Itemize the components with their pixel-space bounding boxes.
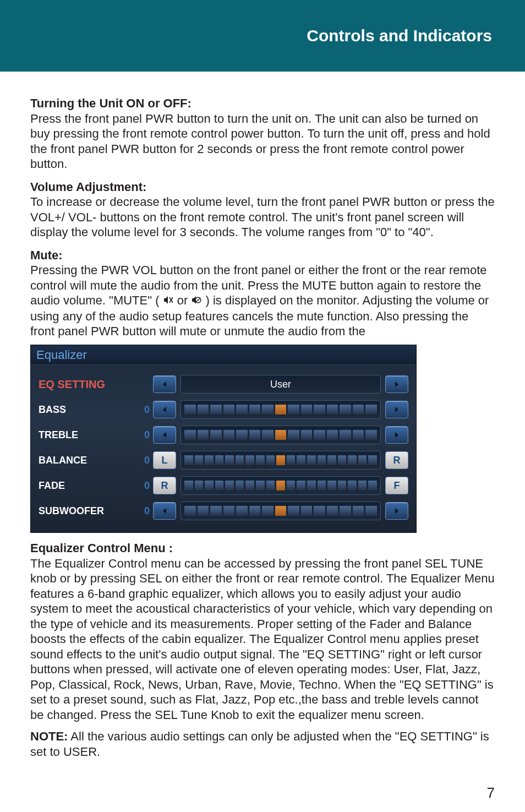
balance-label: BALANCE	[39, 454, 138, 467]
eq-row-subwoofer: SUBWOOFER 0	[39, 499, 408, 522]
balance-left-button[interactable]: L	[153, 451, 176, 469]
document-body: Turning the Unit ON or OFF: Press the fr…	[0, 72, 525, 773]
treble-bar	[181, 426, 381, 444]
treble-decrease-button[interactable]	[153, 426, 176, 444]
speaker-mute-icon	[163, 293, 174, 309]
eq-row-setting: EQ SETTING User	[39, 373, 408, 396]
treble-increase-button[interactable]	[385, 426, 408, 444]
subwoofer-label: SUBWOOFER	[39, 505, 138, 517]
eq-setting-value: User	[181, 375, 381, 394]
equalizer-panel: Equalizer EQ SETTING User BASS 0	[30, 345, 417, 533]
subwoofer-increase-button[interactable]	[385, 502, 408, 520]
bass-value: 0	[138, 404, 150, 416]
balance-value: 0	[138, 454, 150, 467]
bass-bar	[181, 400, 381, 419]
page-number: 7	[0, 773, 525, 812]
bass-label: BASS	[39, 404, 138, 416]
subwoofer-decrease-button[interactable]	[153, 502, 176, 520]
speaker-slash-icon	[191, 293, 202, 309]
eq-setting-next-button[interactable]	[385, 375, 408, 393]
eq-row-treble: TREBLE 0	[39, 423, 408, 446]
svg-line-3	[196, 298, 200, 302]
page-title: Controls and Indicators	[307, 26, 492, 45]
mute-text-mid: or	[177, 293, 192, 307]
note-body: All the various audio settings can only …	[30, 729, 489, 759]
note-paragraph: NOTE: All the various audio settings can…	[30, 729, 495, 759]
heading-eq-menu: Equalizer Control Menu :	[30, 541, 495, 556]
fade-label: FADE	[39, 479, 138, 492]
balance-bar	[181, 451, 381, 470]
body-turning: Press the front panel PWR button to turn…	[30, 111, 495, 172]
bass-decrease-button[interactable]	[153, 401, 176, 418]
eq-row-balance: BALANCE 0 L R	[39, 449, 408, 472]
equalizer-title: Equalizer	[31, 345, 416, 366]
heading-volume: Volume Adjustment:	[30, 179, 495, 195]
body-mute: Pressing the PWR VOL button on the front…	[30, 263, 495, 339]
treble-value: 0	[138, 429, 150, 442]
balance-right-button[interactable]: R	[385, 451, 408, 469]
fade-rear-button[interactable]: R	[153, 477, 176, 494]
body-volume: To increase or decrease the volume level…	[30, 194, 495, 240]
bass-increase-button[interactable]	[385, 401, 408, 418]
body-eq-menu: The Equalizer Control menu can be access…	[30, 556, 495, 723]
fade-bar	[181, 476, 381, 495]
eq-row-fade: FADE 0 R F	[39, 474, 408, 497]
treble-label: TREBLE	[39, 429, 138, 442]
note-prefix: NOTE:	[30, 729, 68, 743]
fade-front-button[interactable]: F	[385, 477, 408, 494]
heading-turning: Turning the Unit ON or OFF:	[30, 96, 495, 111]
eq-row-bass: BASS 0	[39, 398, 408, 421]
eq-setting-prev-button[interactable]	[153, 375, 176, 393]
subwoofer-bar	[181, 502, 381, 520]
subwoofer-value: 0	[138, 505, 150, 517]
equalizer-body: EQ SETTING User BASS 0	[31, 365, 416, 532]
heading-mute: Mute:	[30, 248, 495, 263]
fade-value: 0	[138, 479, 150, 492]
eq-setting-label: EQ SETTING	[39, 378, 138, 391]
header-bar: Controls and Indicators	[0, 0, 525, 72]
